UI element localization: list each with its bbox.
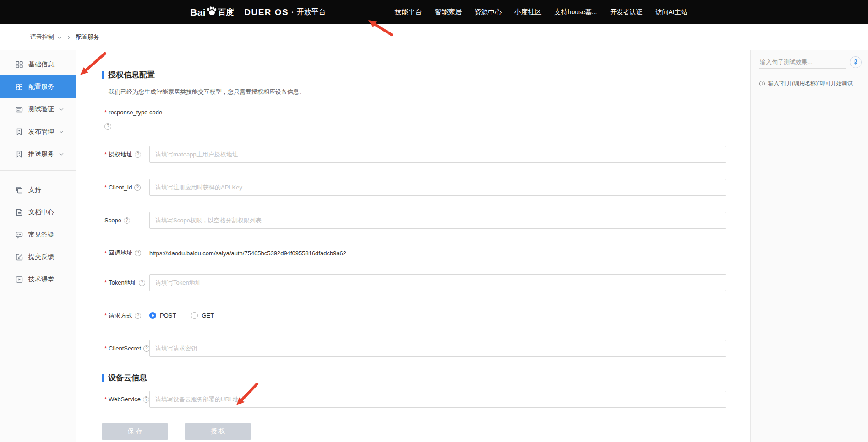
sidebar-item-push-service[interactable]: 推送服务 — [0, 143, 76, 165]
radio-post[interactable]: POST — [149, 312, 176, 319]
section-title-auth-config: 授权信息配置 — [102, 70, 750, 80]
field-label: * 回调地址 — [102, 249, 149, 257]
test-hint: 输入"打开(调用名称)"即可开始调试 — [759, 80, 862, 87]
help-icon[interactable] — [124, 217, 130, 224]
save-button[interactable]: 保 存 — [102, 423, 168, 440]
field-label-text: Scope — [104, 217, 121, 224]
mic-button[interactable] — [850, 56, 862, 68]
required-mark: * — [104, 396, 107, 403]
chevron-down-icon[interactable] — [59, 130, 64, 133]
help-icon[interactable] — [134, 184, 141, 191]
button-row: 保 存 授 权 — [102, 423, 750, 440]
nav-item-xiaodu-community[interactable]: 小度社区 — [514, 8, 542, 16]
form-row-auth-url: * 授权地址 — [102, 146, 750, 163]
required-mark: * — [104, 109, 107, 116]
sidebar-item-basic-info[interactable]: 基础信息 — [0, 53, 76, 75]
section-description: 我们已经为您生成智能家居类技能交互模型，您只需要授权相应设备信息。 — [109, 88, 750, 96]
sidebar-item-label: 基础信息 — [28, 60, 54, 69]
sidebar-item-label: 支持 — [28, 186, 41, 194]
copy-icon — [15, 186, 23, 194]
field-label-text: Token地址 — [109, 279, 136, 287]
required-mark: * — [104, 312, 107, 319]
document-icon — [15, 208, 23, 216]
help-icon[interactable] — [135, 151, 141, 158]
sidebar-item-support[interactable]: 支持 — [0, 178, 76, 201]
nav-item-smart-home[interactable]: 智能家居 — [435, 8, 462, 16]
sidebar-item-config-service[interactable]: 配置服务 — [0, 75, 76, 98]
nav-item-skill-platform[interactable]: 技能平台 — [395, 8, 422, 16]
radio-get[interactable]: GET — [191, 312, 214, 319]
form-row-webservice: * WebService — [102, 391, 750, 408]
field-label: * WebService — [102, 396, 149, 403]
sidebar-item-feedback[interactable]: 提交反馈 — [0, 246, 76, 268]
client-secret-input[interactable] — [149, 340, 726, 357]
baidu-dueros-logo[interactable]: Bai 百度 DUER OS · 开放平台 — [190, 6, 326, 19]
callback-url-value: https://xiaodu.baidu.com/saiya/auth/7546… — [149, 250, 346, 257]
nav-right: house墓... 开发者认证 访问AI主站 — [568, 8, 688, 16]
nav-item-developer-cert[interactable]: 开发者认证 — [610, 8, 642, 16]
response-type-value: code — [149, 109, 162, 116]
section-accent-bar — [102, 71, 104, 79]
field-label-text: Client_Id — [109, 184, 132, 191]
top-nav: Bai 百度 DUER OS · 开放平台 技能平台 智能家居 资源中心 小度社… — [0, 0, 868, 24]
form-row-response-type: * response_type code — [102, 108, 750, 116]
nav-item-support[interactable]: 支持 — [554, 8, 568, 16]
form-row-client-secret: * ClientSecret — [102, 340, 750, 357]
section-title-text: 设备云信息 — [108, 372, 147, 383]
nav-item-resource-center[interactable]: 资源中心 — [475, 8, 502, 16]
help-icon[interactable] — [143, 396, 149, 403]
test-panel: 输入"打开(调用名称)"即可开始调试 — [750, 50, 868, 442]
form-row-response-type-help — [102, 123, 750, 130]
edit-icon — [15, 253, 23, 261]
card-icon — [15, 105, 23, 113]
help-icon[interactable] — [135, 313, 141, 319]
help-icon[interactable] — [135, 250, 141, 256]
auth-url-input[interactable] — [149, 146, 726, 163]
help-icon[interactable] — [143, 345, 150, 352]
field-label: * 授权地址 — [102, 151, 149, 159]
field-label: * Token地址 — [102, 279, 149, 287]
scope-input[interactable] — [149, 212, 726, 229]
sidebar-item-label: 常见答疑 — [28, 231, 54, 239]
logo-text-dueros: DUER OS — [244, 7, 289, 17]
sidebar: 基础信息 配置服务 测试验证 发布管理 — [0, 50, 76, 442]
help-icon[interactable] — [139, 280, 145, 286]
form-row-token-url: * Token地址 — [102, 274, 750, 291]
sidebar-item-doc-center[interactable]: 文档中心 — [0, 201, 76, 223]
bookmark-plus-icon — [15, 128, 23, 136]
main-content: 授权信息配置 我们已经为您生成智能家居类技能交互模型，您只需要授权相应设备信息。… — [76, 50, 750, 442]
webservice-input[interactable] — [149, 391, 726, 408]
field-label: * Client_Id — [102, 184, 149, 191]
nav-menu: 技能平台 智能家居 资源中心 小度社区 支持 — [395, 8, 568, 16]
sidebar-item-publish-manage[interactable]: 发布管理 — [0, 120, 76, 143]
sidebar-item-tech-class[interactable]: 技术课堂 — [0, 268, 76, 291]
chat-bubble-icon — [15, 231, 23, 239]
token-url-input[interactable] — [149, 274, 726, 291]
logo-dot: · — [291, 8, 294, 16]
field-label-text: ClientSecret — [109, 345, 141, 352]
test-sentence-input[interactable] — [759, 56, 846, 69]
section-title-device-cloud: 设备云信息 — [102, 372, 750, 383]
field-label-text: 请求方式 — [109, 312, 132, 320]
nav-user-account[interactable]: house墓... — [568, 8, 597, 16]
help-icon[interactable] — [104, 123, 111, 130]
breadcrumb-parent[interactable]: 语音控制 — [30, 33, 54, 41]
client-id-input[interactable] — [149, 179, 726, 196]
video-play-icon — [15, 275, 23, 284]
nav-item-visit-ai-site[interactable]: 访问AI主站 — [655, 8, 687, 16]
sidebar-item-faq[interactable]: 常见答疑 — [0, 223, 76, 246]
sidebar-item-label: 测试验证 — [28, 105, 54, 113]
radio-selected-icon — [149, 312, 156, 319]
chevron-down-icon[interactable] — [57, 36, 62, 39]
breadcrumb: 语音控制 配置服务 — [0, 24, 868, 50]
required-mark: * — [104, 184, 107, 191]
form-row-request-method: * 请求方式 POST GET — [102, 307, 750, 324]
field-label: * response_type — [102, 109, 149, 116]
sidebar-item-label: 推送服务 — [28, 150, 54, 158]
chevron-down-icon[interactable] — [59, 153, 64, 156]
chevron-down-icon[interactable] — [59, 108, 64, 111]
authorize-button[interactable]: 授 权 — [185, 423, 251, 440]
sidebar-item-label: 文档中心 — [28, 208, 54, 216]
sidebar-item-test-verify[interactable]: 测试验证 — [0, 98, 76, 120]
field-label: Scope — [102, 217, 149, 224]
